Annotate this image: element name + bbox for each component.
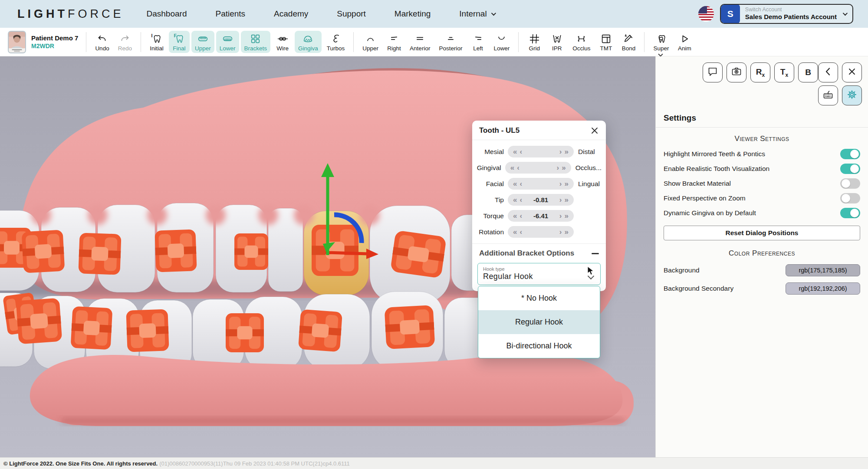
fast-increase-button[interactable]: » — [563, 228, 570, 236]
bold-button[interactable]: B — [798, 62, 818, 82]
toolbar-button-occlus[interactable]: Occlus — [569, 31, 594, 53]
toolbar-button-initial[interactable]: I Initial — [146, 31, 167, 53]
toolbar-button-redo[interactable]: Redo — [115, 31, 135, 53]
increase-button[interactable]: › — [558, 148, 563, 155]
toolbar-button-final[interactable]: F Final — [169, 31, 190, 53]
hook-option-regular-hook[interactable]: Regular Hook — [478, 310, 600, 334]
toolbar-button-grid[interactable]: Grid — [524, 31, 545, 53]
toolbar-button-anterior[interactable]: Anterior — [406, 31, 434, 53]
chevron-down-icon[interactable] — [658, 52, 663, 56]
toolbar-divider — [353, 32, 354, 52]
comment-button[interactable] — [703, 62, 723, 82]
bracket[interactable] — [78, 233, 121, 275]
settings-title: Settings — [656, 105, 868, 127]
nav-item-marketing[interactable]: Marketing — [395, 9, 431, 19]
collapse-panel-button[interactable] — [818, 62, 838, 82]
nav-item-patients[interactable]: Patients — [215, 9, 245, 19]
bracket[interactable] — [22, 230, 65, 273]
increase-button[interactable]: › — [558, 228, 563, 236]
decrease-button[interactable]: ‹ — [518, 180, 523, 187]
increase-button[interactable]: › — [558, 196, 563, 203]
fast-decrease-button[interactable]: « — [509, 164, 516, 171]
fast-increase-button[interactable]: » — [563, 196, 570, 203]
camera-button[interactable] — [727, 62, 746, 82]
toolbar-button-lower[interactable]: Lower — [216, 31, 239, 53]
additional-bracket-options-header[interactable]: Additional Bracket Options — [472, 243, 606, 261]
fast-decrease-button[interactable]: « — [512, 196, 518, 203]
settings-gear-button[interactable] — [842, 85, 862, 105]
bracket[interactable] — [234, 233, 268, 270]
color-value-button-background-secondary[interactable]: rgb(192,192,206) — [786, 282, 860, 295]
bracket[interactable] — [226, 313, 264, 352]
toolbar-button-bond[interactable]: Bond — [618, 31, 639, 53]
bracket[interactable] — [312, 225, 358, 276]
fast-decrease-button[interactable]: « — [512, 180, 518, 187]
hook-option-bi-directional-hook[interactable]: Bi-directional Hook — [478, 334, 600, 358]
fast-increase-button[interactable]: » — [563, 212, 570, 220]
toolbar-button-super[interactable]: Super — [650, 31, 672, 53]
toolbar-button-posterior[interactable]: Posterior — [435, 31, 466, 53]
3d-viewer[interactable]: Tooth - UL5 Mesial « ‹ › » Distal Gingiv… — [0, 56, 655, 457]
nav-item-support[interactable]: Support — [337, 9, 366, 19]
tx-button[interactable]: Tx — [774, 62, 794, 82]
decrease-button[interactable]: ‹ — [518, 228, 523, 236]
fast-increase-button[interactable]: » — [563, 180, 570, 187]
increase-button[interactable]: › — [558, 180, 563, 187]
fast-decrease-button[interactable]: « — [512, 212, 518, 220]
rx-button[interactable]: Rx — [750, 62, 770, 82]
toolbar-button-upper[interactable]: Upper — [191, 31, 214, 53]
toolbar-button-turbos[interactable]: Turbos — [323, 31, 349, 53]
toggle-fixed-perspective-on-zoom[interactable] — [840, 193, 860, 203]
close-icon[interactable] — [590, 126, 599, 135]
toggle-enable-realistic-tooth-visualization[interactable] — [840, 164, 860, 174]
decrease-button[interactable]: ‹ — [516, 164, 521, 171]
keyboard-shortcuts-button[interactable] — [818, 85, 838, 105]
bracket[interactable] — [390, 230, 447, 278]
toolbar-button-tmt[interactable]: TMT — [595, 31, 616, 53]
fast-decrease-button[interactable]: « — [512, 228, 518, 236]
collapse-icon[interactable] — [592, 253, 599, 254]
hook-type-select[interactable]: Hook type Regular Hook * No Hook Regular… — [477, 263, 601, 285]
bracket[interactable] — [298, 309, 342, 352]
toggle-dynamic-gingiva-on-by-default[interactable] — [840, 208, 860, 218]
nav-item-internal[interactable]: Internal — [459, 9, 494, 19]
account-switcher[interactable]: S Switch Account Sales Demo Patients Acc… — [720, 4, 853, 24]
decrease-button[interactable]: ‹ — [518, 148, 523, 155]
toggle-highlight-mirrored-teeth-pontics[interactable] — [840, 149, 860, 159]
close-panel-button[interactable] — [842, 62, 862, 82]
decrease-button[interactable]: ‹ — [518, 196, 523, 203]
redo-icon — [119, 33, 131, 45]
toolbar-button-left[interactable]: Left — [467, 31, 488, 53]
toolbar-button-wire[interactable]: Wire — [272, 31, 293, 53]
bracket[interactable] — [16, 298, 62, 344]
increase-button[interactable]: › — [556, 164, 561, 171]
fast-increase-button[interactable]: » — [560, 164, 567, 171]
bracket[interactable] — [71, 306, 113, 350]
fast-decrease-button[interactable]: « — [512, 148, 518, 155]
toolbar-button-anim[interactable]: Anim — [674, 31, 695, 53]
toolbar-button-right[interactable]: Right — [384, 31, 404, 53]
toolbar-button-ipr[interactable]: IPR — [546, 31, 567, 53]
decrease-button[interactable]: ‹ — [518, 212, 523, 220]
toolbar-button-upper[interactable]: Upper — [359, 31, 382, 53]
bracket[interactable] — [126, 309, 169, 352]
stepper-torque: « ‹ -6.41 › » — [508, 210, 574, 222]
reset-dialog-positions-button[interactable]: Reset Dialog Positions — [664, 226, 860, 240]
patient-card[interactable]: Patient Demo 7 M2WDR — [4, 31, 82, 53]
toggle-show-bracket-material[interactable] — [840, 178, 860, 189]
toolbar-button-lower[interactable]: Lower — [490, 31, 513, 53]
color-value-button-background[interactable]: rgb(175,175,185) — [786, 264, 860, 276]
toolbar-button-brackets[interactable]: Brackets — [241, 31, 271, 53]
hook-option-no-hook[interactable]: * No Hook — [478, 286, 600, 310]
nav-item-academy[interactable]: Academy — [274, 9, 308, 19]
toolbar-button-undo[interactable]: Undo — [92, 31, 112, 53]
chevron-down-icon — [491, 11, 496, 16]
patient-id[interactable]: M2WDR — [31, 43, 78, 49]
nav-item-dashboard[interactable]: Dashboard — [147, 9, 187, 19]
lightforce-logo[interactable]: LIGHTFORCE — [17, 7, 124, 21]
increase-button[interactable]: › — [558, 212, 563, 220]
fast-increase-button[interactable]: » — [563, 148, 570, 155]
toolbar-button-gingiva[interactable]: Gingiva — [295, 31, 322, 53]
bracket[interactable] — [155, 229, 197, 272]
bracket[interactable] — [385, 305, 435, 349]
